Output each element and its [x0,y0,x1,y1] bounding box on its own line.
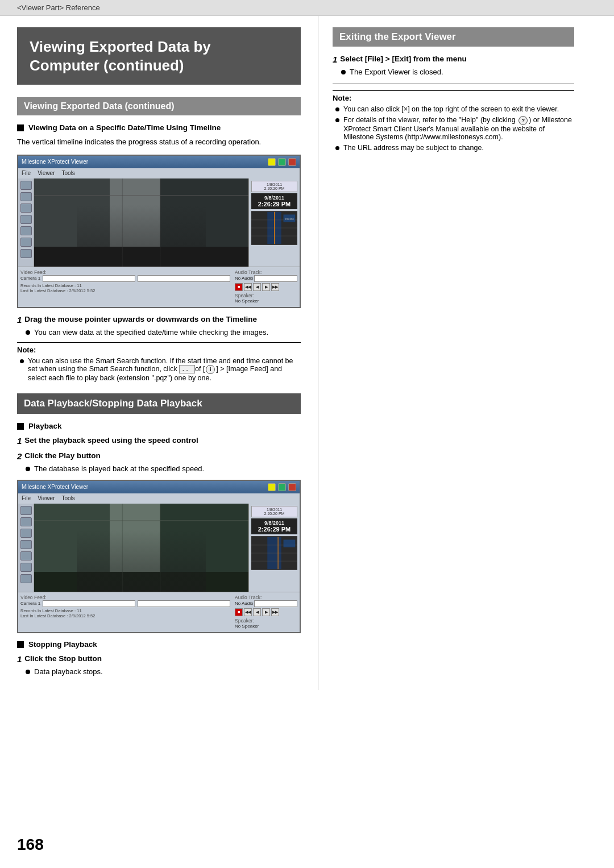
timeline-area-1: timeline [251,211,297,245]
section2-header: Data Playback/Stopping Data Playback [17,393,301,414]
sidebar2-icon-7 [20,574,32,583]
sidebar2-icon-4 [20,540,32,549]
question-circle-icon: ? [518,116,528,125]
right-note-1: You can also click [×] on the top right … [335,105,574,113]
footer-input-1[interactable] [43,275,135,282]
right-note-bullet-1 [335,107,339,111]
svg-text:timeline: timeline [285,217,294,220]
sidebar-icon-5 [20,226,32,235]
close-btn-2 [288,483,296,491]
screenshot2-camera [34,504,248,592]
breadcrumb: <Viewer Part> Reference [0,0,614,16]
datetime-display-2: 9/8/2011 2:26:29 PM [251,518,297,534]
screenshot2-body: 1/8/2011 2:20:20 PM 9/8/2011 2:26:29 PM [18,504,300,592]
page-number: 168 [17,836,44,854]
section1-header: Viewing Exported Data (continued) [17,97,301,115]
stop-bullet: Data playback stops. [26,667,301,676]
sidebar2-icon-1 [20,506,32,515]
page-container: <Viewer Part> Reference Viewing Exported… [0,0,614,868]
divider-1 [333,83,574,84]
right-bullet1: The Export Viewer is closed. [341,68,574,76]
prev-btn-2[interactable]: ◀◀ [244,608,252,616]
svg-marker-5 [34,247,248,267]
play-btn-2[interactable]: ▶ [262,608,270,616]
note-bullet-1 [20,359,24,363]
screenshot2-menubar: File Viewer Tools [18,493,300,504]
playback-controls-1: ■ ◀◀ ◀ ▶ ▶▶ [235,283,297,291]
max-btn [278,158,286,166]
close-btn [288,158,296,166]
camera-view-1 [34,178,248,267]
bullet-dot-3 [26,670,30,674]
ellipsis-bracket: .. [179,365,195,373]
stop-btn-2[interactable]: ■ [235,608,243,616]
sidebar2-icon-6 [20,563,32,572]
bullet1: You can view data at the specified date/… [26,328,301,337]
footer-input-2[interactable] [138,275,230,282]
sidebar2-icon-3 [20,529,32,538]
screenshot-1: Milestone XProtect Viewer File Viewer To… [17,155,301,308]
prev-frame-2[interactable]: ◀ [253,608,261,616]
screenshot1-menubar: File Viewer Tools [18,168,300,178]
prev-btn-1[interactable]: ◀◀ [244,283,252,291]
playback-controls-2: ■ ◀◀ ◀ ▶ ▶▶ [235,608,297,616]
stopping-heading: Stopping Playback [17,640,301,649]
footer-input-3[interactable] [43,600,135,607]
right-note-bullet-2 [335,118,339,122]
black-square-2 [17,423,24,430]
next-frame-1[interactable]: ▶▶ [271,283,279,291]
min-btn-2 [268,483,276,491]
subsection-heading: Viewing Data on a Specific Date/Time Usi… [17,123,301,132]
svg-rect-25 [34,504,248,592]
right-note-2: For details of the viewer, refer to the … [335,116,574,141]
playback-bullet1: The database is played back at the speci… [26,464,301,473]
right-note-block: Note: You can also click [×] on the top … [333,90,574,152]
main-columns: Viewing Exported Data by Computer (conti… [0,16,614,690]
info-circle-icon: i [206,365,215,374]
screenshot1-sidebar [18,178,34,267]
sidebar-icon-7 [20,249,32,258]
black-square-3 [17,641,24,648]
left-column: Viewing Exported Data by Computer (conti… [0,16,318,690]
sidebar-icon-2 [20,192,32,201]
screenshot1-right-panel: 1/8/2011 2:20:20 PM 9/8/2011 2:26:29 PM [248,178,300,267]
footer-input-4[interactable] [138,600,230,607]
right-note-3: The URL address may be subject to change… [335,144,574,152]
right-step1: 1 Select [File] > [Exit] from the menu [333,55,574,64]
right-bullet-dot-1 [341,70,346,74]
screenshot-2: Milestone XProtect Viewer File Viewer To… [17,480,301,633]
min-btn [268,158,276,166]
stop-btn-1[interactable]: ■ [235,283,243,291]
note-block-1: Note: You can also use the Smart Search … [17,342,301,382]
sidebar-icon-6 [20,238,32,247]
right-column: Exiting the Export Viewer 1 Select [File… [318,16,591,690]
screenshot1-camera [34,178,248,267]
screenshot1-body: 1/8/2011 2:20:20 PM 9/8/2011 2:26:29 PM [18,178,300,267]
stop-step: 1 Click the Stop button [17,654,301,664]
play-btn-1[interactable]: ▶ [262,283,270,291]
main-title: Viewing Exported Data by Computer (conti… [30,38,288,74]
screenshot2-right-panel: 1/8/2011 2:20:20 PM 9/8/2011 2:26:29 PM [248,504,300,592]
sidebar2-icon-2 [20,517,32,526]
step1-line: 1 Drag the mouse pointer upwards or down… [17,315,301,325]
right-section-header: Exiting the Export Viewer [333,27,574,47]
timeline-area-2 [251,536,297,570]
screenshot2-footer: Video Feed: Camera 1 Records In Latest D… [18,592,300,632]
note-item-1: You can also use the Smart Search functi… [20,357,301,382]
sidebar-icon-4 [20,215,32,224]
svg-rect-3 [110,178,160,267]
footer-input-audio-2[interactable] [254,600,297,607]
prev-frame-1[interactable]: ◀ [253,283,261,291]
bullet-dot-1 [26,330,30,335]
svg-rect-32 [284,539,296,547]
right-note-bullet-3 [335,146,339,150]
camera-view-2 [34,504,248,592]
max-btn-2 [278,483,286,491]
next-frame-2[interactable]: ▶▶ [271,608,279,616]
footer-input-audio[interactable] [254,275,297,282]
datetime-display-1: 9/8/2011 2:26:29 PM [251,193,297,209]
screenshot2-titlebar: Milestone XProtect Viewer [18,481,300,493]
screenshot1-titlebar: Milestone XProtect Viewer [18,156,300,168]
main-title-block: Viewing Exported Data by Computer (conti… [17,27,301,85]
step2-playback: 2 Click the Play button [17,451,301,461]
